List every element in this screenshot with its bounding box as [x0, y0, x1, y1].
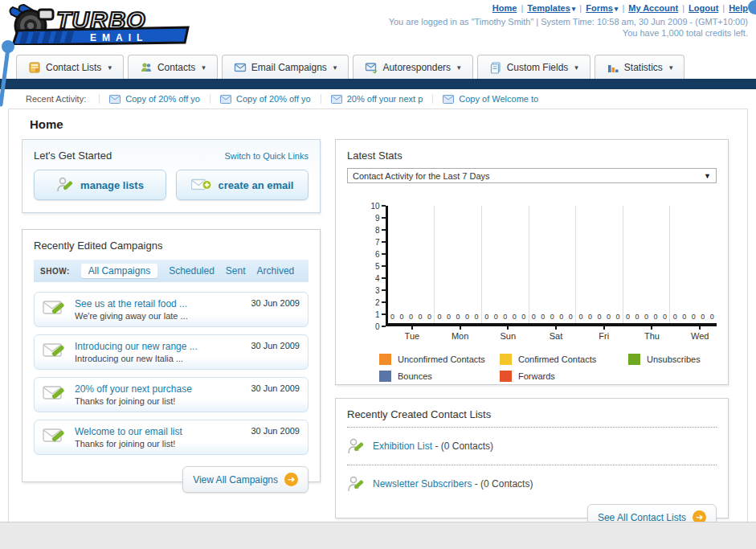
campaign-title-link[interactable]: See us at the retail food ... [75, 298, 243, 309]
chart-x-axis: TueMonSunSatFriThuWed [388, 326, 724, 341]
view-all-campaigns-button[interactable]: View All Campaigns ➜ [182, 466, 309, 493]
nav-separator: | [682, 3, 684, 13]
nav-link-help[interactable]: Help [729, 3, 748, 13]
tab-contact-lists[interactable]: Contact Lists▾ [16, 55, 124, 79]
tab-contacts[interactable]: Contacts▾ [128, 55, 218, 79]
person-pencil-icon [347, 437, 365, 455]
data-value-label: 0 [494, 313, 498, 321]
campaign-row[interactable]: Welcome to our email list Thanks for joi… [34, 420, 309, 455]
filter-sent[interactable]: Sent [226, 265, 246, 277]
data-value-label: 0 [513, 313, 517, 321]
campaign-row[interactable]: 20% off your next purchase Thanks for jo… [34, 377, 309, 412]
nav-link-forms[interactable]: Forms [586, 3, 613, 13]
contact-list-row[interactable]: Newsletter Subscribers - (0 Contacts) [347, 472, 717, 496]
manage-lists-button[interactable]: manage lists [34, 170, 166, 200]
tab-custom-fields[interactable]: Custom Fields▾ [477, 55, 590, 79]
contact-list-link[interactable]: Newsletter Subscribers [373, 478, 472, 490]
campaign-title-link[interactable]: Welcome to our email list [75, 426, 243, 437]
nav-link-logout[interactable]: Logout [689, 3, 718, 13]
y-tick: 4 [375, 273, 386, 283]
person-pencil-icon [56, 177, 74, 193]
create-email-button[interactable]: create an email [176, 170, 309, 200]
legend-label: Forwards [518, 371, 555, 381]
campaign-row[interactable]: Introducing our new range ... Introducin… [34, 334, 309, 370]
data-value-label: 0 [390, 313, 394, 321]
nav-separator: | [722, 3, 725, 13]
y-tick: 3 [375, 285, 386, 295]
contact-list-row[interactable]: Exhibition List - (0 Contacts) [347, 434, 717, 458]
email-icon [331, 95, 342, 104]
chevron-down-icon: ▾ [108, 64, 112, 72]
campaign-subtitle: Thanks for joining our list! [75, 396, 243, 406]
chevron-down-icon: ▼ [704, 172, 711, 180]
arrow-right-icon: ➜ [284, 473, 298, 486]
legend-label: Unsubscribes [647, 354, 701, 364]
y-tick: 5 [375, 261, 386, 271]
chevron-down-icon: ▾ [574, 64, 578, 72]
nav-link-my-account[interactable]: My Account [628, 3, 678, 13]
tab-statistics[interactable]: Statistics▾ [595, 55, 685, 79]
recent-activity-text: Copy of Welcome to [459, 94, 538, 104]
recent-activity-item[interactable]: Copy of 20% off yo [210, 94, 321, 104]
campaign-date: 30 Jun 2009 [251, 383, 300, 393]
nav-link-home[interactable]: Home [492, 3, 517, 13]
tab-email-campaigns[interactable]: Email Campaigns▾ [222, 55, 349, 79]
data-value-label: 0 [532, 313, 536, 321]
data-value-label: 0 [673, 313, 677, 321]
y-tick: 9 [375, 213, 386, 223]
switch-to-quick-links[interactable]: Switch to Quick Links [224, 151, 309, 161]
filter-all-campaigns[interactable]: All Campaigns [81, 264, 157, 278]
chevron-down-icon: ▾ [333, 64, 337, 72]
campaign-title-link[interactable]: 20% off your next purchase [75, 383, 243, 395]
email-icon [443, 95, 454, 104]
tab-label: Autoresponders [382, 62, 451, 73]
legend-confirmed-contacts: Confirmed Contacts [500, 354, 628, 365]
data-value-label: 0 [607, 313, 611, 321]
legend-unconfirmed-contacts: Unconfirmed Contacts [379, 354, 500, 365]
recent-activity-label: Recent Activity: [26, 94, 86, 104]
campaign-title-link[interactable]: Introducing our new range ... [75, 341, 243, 352]
contact-activity-chart: 012345678910 000000000000000000000000000… [365, 206, 717, 341]
tab-autoresponders[interactable]: Autoresponders▾ [353, 55, 472, 79]
campaign-date: 30 Jun 2009 [251, 341, 300, 350]
recent-activity-item[interactable]: Copy of 20% off yo [99, 94, 210, 104]
legend-label: Unconfirmed Contacts [398, 354, 485, 364]
data-value-label: 0 [484, 313, 488, 321]
contact-list-link[interactable]: Exhibition List [373, 440, 432, 452]
stats-period-select[interactable]: Contact Activity for the Last 7 Days ▼ [347, 168, 717, 183]
legend-swatch [628, 354, 640, 365]
recent-activity-item[interactable]: 20% off your next p [321, 94, 433, 104]
nav-link-templates[interactable]: Templates [527, 3, 570, 13]
data-value-label: 0 [597, 313, 601, 321]
data-value-label: 0 [578, 313, 582, 321]
chart-day-group: 00000 [576, 206, 623, 323]
main-content: Home Let's Get Started Switch to Quick L… [8, 109, 748, 530]
envelope-pencil-icon [43, 298, 67, 318]
footer-strip [0, 522, 756, 549]
chart-y-axis: 012345678910 [365, 206, 386, 326]
campaign-subtitle: Introducing our new Italia ... [75, 354, 243, 363]
filter-archived[interactable]: Archived [257, 265, 295, 277]
logo-text-turbo: TURBO [56, 6, 146, 33]
campaign-row[interactable]: See us at the retail food ... We're givi… [34, 292, 309, 327]
tab-label: Statistics [624, 62, 663, 73]
data-value-label: 0 [559, 313, 563, 321]
campaign-filter-bar: SHOW: All Campaigns Scheduled Sent Archi… [34, 260, 309, 282]
data-value-label: 0 [654, 313, 658, 321]
recent-campaigns-panel: Recently Edited Campaigns SHOW: All Camp… [22, 229, 321, 482]
recent-activity-bar: Recent Activity: Copy of 20% off yo Copy… [8, 89, 748, 109]
nav-separator: | [579, 3, 582, 13]
y-tick: 8 [375, 225, 386, 235]
data-value-label: 0 [409, 313, 413, 321]
chevron-down-icon: ▾ [669, 64, 673, 72]
y-tick: 10 [371, 201, 386, 211]
legend-bounces: Bounces [379, 371, 500, 382]
manage-lists-label: manage lists [80, 179, 144, 191]
logo-graphic: TURBO EMAIL [6, 3, 191, 45]
filter-scheduled[interactable]: Scheduled [169, 265, 215, 277]
y-tick: 1 [375, 309, 386, 319]
legend-swatch [379, 354, 391, 365]
data-value-label: 0 [475, 313, 479, 321]
campaign-date: 30 Jun 2009 [251, 426, 300, 436]
recent-activity-item[interactable]: Copy of Welcome to [432, 94, 548, 104]
